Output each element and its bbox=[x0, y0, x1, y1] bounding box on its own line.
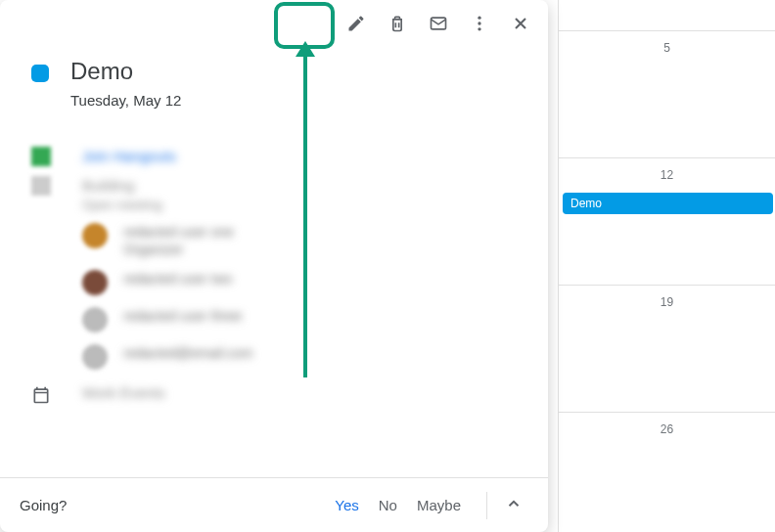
event-header: Demo Tuesday, May 12 bbox=[31, 57, 524, 109]
svg-point-3 bbox=[478, 27, 480, 30]
chevron-up-icon bbox=[505, 495, 523, 512]
svg-point-1 bbox=[478, 17, 480, 20]
calendar-cell[interactable]: 5 bbox=[559, 31, 775, 158]
location-secondary: Open meeting bbox=[82, 197, 162, 214]
rsvp-maybe-button[interactable]: Maybe bbox=[407, 491, 471, 519]
rsvp-footer: Going? Yes No Maybe bbox=[0, 477, 548, 532]
day-number: 5 bbox=[663, 41, 670, 55]
calendar-cell[interactable]: 19 bbox=[559, 286, 775, 413]
guest-note: Organizer bbox=[123, 241, 234, 258]
rsvp-options-button[interactable] bbox=[499, 489, 528, 521]
divider bbox=[486, 492, 487, 519]
calendar-cell[interactable]: 12 Demo bbox=[559, 158, 775, 286]
event-chip-label: Demo bbox=[570, 197, 602, 210]
event-title: Demo bbox=[70, 57, 181, 86]
more-options-button[interactable] bbox=[460, 4, 499, 43]
guest-name: redacted user one bbox=[123, 223, 234, 241]
rsvp-no-button[interactable]: No bbox=[369, 491, 407, 519]
annotation-arrow-head bbox=[296, 41, 315, 57]
guest-name: redacted user three bbox=[123, 307, 242, 325]
day-number: 19 bbox=[661, 295, 673, 309]
calendar-name: Work Events bbox=[82, 383, 165, 403]
trash-icon bbox=[388, 14, 407, 33]
event-details: Join Hangouts Building Open meeting reda… bbox=[31, 147, 524, 419]
going-label: Going? bbox=[20, 497, 67, 513]
event-chip-demo[interactable]: Demo bbox=[563, 193, 773, 214]
avatar bbox=[82, 223, 108, 248]
event-color-swatch bbox=[31, 65, 49, 82]
svg-point-2 bbox=[478, 22, 480, 24]
calendar-cell[interactable]: 26 bbox=[559, 413, 775, 532]
location-icon bbox=[31, 176, 51, 196]
close-button[interactable] bbox=[501, 4, 540, 43]
location-row: Building Open meeting bbox=[31, 176, 524, 213]
day-number: 12 bbox=[661, 168, 673, 182]
guest-name: redacted@email.com bbox=[123, 344, 253, 362]
calendar-grid: 5 12 Demo 19 26 bbox=[558, 0, 775, 532]
event-detail-popup: Demo Tuesday, May 12 Join Hangouts Build… bbox=[0, 0, 548, 532]
meet-link-row[interactable]: Join Hangouts bbox=[31, 147, 524, 166]
meet-link: Join Hangouts bbox=[82, 147, 176, 166]
guest-name: redacted user two bbox=[123, 270, 232, 288]
avatar bbox=[82, 270, 108, 295]
avatar bbox=[82, 307, 108, 332]
rsvp-yes-button[interactable]: Yes bbox=[325, 491, 368, 519]
delete-button[interactable] bbox=[378, 4, 417, 43]
avatar bbox=[82, 344, 108, 370]
mail-icon bbox=[429, 14, 448, 33]
edit-button[interactable] bbox=[337, 4, 376, 43]
calendar-header-row bbox=[559, 0, 775, 31]
event-date: Tuesday, May 12 bbox=[70, 92, 181, 109]
popup-toolbar bbox=[337, 4, 540, 43]
calendar-icon bbox=[31, 385, 51, 409]
location-primary: Building bbox=[82, 176, 162, 196]
meet-icon bbox=[31, 147, 51, 166]
mail-button[interactable] bbox=[419, 4, 458, 43]
annotation-arrow bbox=[303, 47, 307, 377]
pencil-icon bbox=[346, 14, 366, 33]
calendar-name-row: Work Events bbox=[31, 383, 524, 409]
day-number: 26 bbox=[661, 422, 673, 436]
close-icon bbox=[511, 14, 530, 33]
more-vertical-icon bbox=[470, 14, 489, 33]
